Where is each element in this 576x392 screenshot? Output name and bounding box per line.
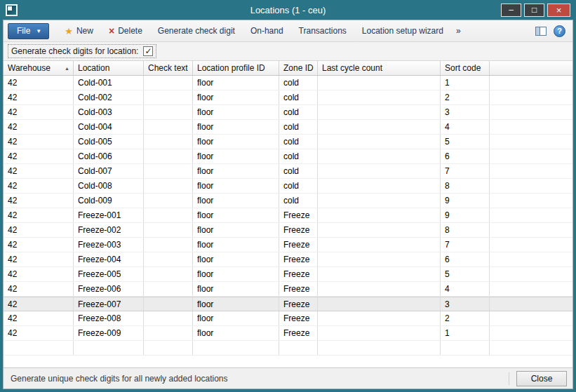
cell[interactable]: Cold-005	[74, 135, 144, 149]
cell[interactable]: floor	[193, 149, 279, 163]
close-window-button[interactable]: ×	[547, 4, 570, 17]
cell[interactable]: 42	[4, 194, 74, 208]
cell[interactable]: 42	[4, 149, 74, 163]
table-row[interactable]: 42Cold-002floorcold2	[4, 90, 572, 105]
cell[interactable]: 42	[4, 164, 74, 178]
cell[interactable]: Freeze	[279, 326, 318, 340]
cell[interactable]: floor	[193, 252, 279, 266]
cell[interactable]: 6	[441, 252, 490, 266]
cell[interactable]	[318, 164, 441, 178]
transactions-button[interactable]: Transactions	[292, 22, 354, 39]
cell[interactable]: 42	[4, 76, 74, 90]
cell[interactable]	[144, 341, 193, 355]
table-row[interactable]: 42Freeze-006floorFreeze4	[4, 282, 572, 297]
generate-check-digits-checkbox[interactable]: ✓	[143, 46, 153, 56]
cell[interactable]	[144, 105, 193, 119]
cell[interactable]	[318, 311, 441, 325]
cell[interactable]	[318, 223, 441, 237]
cell[interactable]: 42	[4, 120, 74, 134]
cell[interactable]	[144, 311, 193, 325]
cell[interactable]	[144, 282, 193, 296]
cell[interactable]: 4	[441, 282, 490, 296]
cell[interactable]: 42	[4, 252, 74, 266]
table-row[interactable]: 42Cold-007floorcold7	[4, 164, 572, 179]
cell[interactable]: 9	[441, 208, 490, 222]
table-row[interactable]: 42Freeze-009floorFreeze1	[4, 326, 572, 341]
cell[interactable]: Freeze	[279, 311, 318, 325]
cell[interactable]: floor	[193, 90, 279, 104]
cell[interactable]	[144, 297, 193, 311]
cell[interactable]: cold	[279, 76, 318, 90]
cell[interactable]: Cold-001	[74, 76, 144, 90]
cell[interactable]: cold	[279, 179, 318, 193]
table-row[interactable]: 42Freeze-001floorFreeze9	[4, 208, 572, 223]
cell[interactable]: 3	[441, 297, 490, 311]
cell[interactable]: 42	[4, 311, 74, 325]
cell[interactable]: Cold-007	[74, 164, 144, 178]
cell[interactable]: 42	[4, 90, 74, 104]
location-setup-wizard-button[interactable]: Location setup wizard	[355, 22, 450, 39]
cell[interactable]	[318, 135, 441, 149]
cell[interactable]: Freeze-009	[74, 326, 144, 340]
cell[interactable]	[441, 341, 490, 355]
table-row[interactable]: 42Freeze-002floorFreeze8	[4, 223, 572, 238]
cell[interactable]	[144, 120, 193, 134]
cell[interactable]: Freeze-006	[74, 282, 144, 296]
cell[interactable]	[144, 164, 193, 178]
file-menu-button[interactable]: File ▼	[8, 23, 49, 39]
cell[interactable]: 42	[4, 326, 74, 340]
cell[interactable]: 42	[4, 179, 74, 193]
cell[interactable]: Freeze-001	[74, 208, 144, 222]
cell[interactable]: 1	[441, 76, 490, 90]
cell[interactable]	[144, 194, 193, 208]
cell[interactable]: Freeze	[279, 238, 318, 252]
cell[interactable]: Freeze-008	[74, 311, 144, 325]
cell[interactable]: 8	[441, 179, 490, 193]
cell[interactable]	[318, 90, 441, 104]
cell[interactable]: 7	[441, 164, 490, 178]
cell[interactable]	[318, 238, 441, 252]
cell[interactable]: Freeze-007	[74, 297, 144, 311]
cell[interactable]	[318, 179, 441, 193]
cell[interactable]: Freeze	[279, 208, 318, 222]
cell[interactable]: cold	[279, 164, 318, 178]
cell[interactable]: floor	[193, 194, 279, 208]
cell[interactable]: 42	[4, 238, 74, 252]
cell[interactable]: 42	[4, 208, 74, 222]
table-row[interactable]: 42Cold-005floorcold5	[4, 135, 572, 149]
column-header-warehouse[interactable]: Warehouse ▲	[4, 61, 74, 75]
cell[interactable]	[144, 149, 193, 163]
cell[interactable]	[144, 223, 193, 237]
cell[interactable]	[279, 341, 318, 355]
toolbar-overflow-button[interactable]: »	[452, 24, 465, 38]
table-row[interactable]: 42Freeze-004floorFreeze6	[4, 252, 572, 267]
cell[interactable]: 5	[441, 267, 490, 281]
table-row[interactable]: 42Cold-006floorcold6	[4, 149, 572, 164]
cell[interactable]	[318, 149, 441, 163]
layout-view-icon[interactable]	[535, 27, 547, 36]
cell[interactable]: floor	[193, 76, 279, 90]
cell[interactable]: Cold-008	[74, 179, 144, 193]
cell[interactable]: Freeze	[279, 282, 318, 296]
help-icon[interactable]: ?	[554, 25, 565, 37]
cell[interactable]	[74, 341, 144, 355]
cell[interactable]: 7	[441, 238, 490, 252]
cell[interactable]	[144, 179, 193, 193]
cell[interactable]: cold	[279, 194, 318, 208]
cell[interactable]: 4	[441, 120, 490, 134]
empty-row[interactable]	[4, 341, 572, 356]
cell[interactable]: Freeze-002	[74, 223, 144, 237]
new-button[interactable]: ★ New	[58, 22, 100, 39]
cell[interactable]	[144, 135, 193, 149]
cell[interactable]: 42	[4, 297, 74, 311]
cell[interactable]	[144, 76, 193, 90]
cell[interactable]	[318, 282, 441, 296]
cell[interactable]: Cold-002	[74, 90, 144, 104]
cell[interactable]: floor	[193, 282, 279, 296]
cell[interactable]: 42	[4, 282, 74, 296]
table-row[interactable]: 42Cold-009floorcold9	[4, 194, 572, 208]
cell[interactable]: floor	[193, 105, 279, 119]
cell[interactable]: Freeze-005	[74, 267, 144, 281]
column-header-zone-id[interactable]: Zone ID	[279, 61, 318, 75]
cell[interactable]: 8	[441, 223, 490, 237]
